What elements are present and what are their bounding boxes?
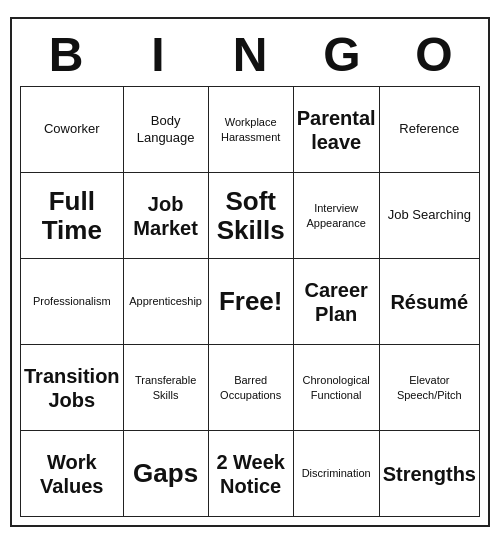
cell-text-17: Barred Occupations bbox=[212, 373, 290, 402]
cell-text-4: Reference bbox=[399, 121, 459, 138]
bingo-cell-13[interactable]: Career Plan bbox=[294, 259, 380, 345]
cell-text-7: Soft Skills bbox=[212, 187, 290, 244]
bingo-cell-18[interactable]: Chronological Functional bbox=[294, 345, 380, 431]
bingo-card: B I N G O CoworkerBody LanguageWorkplace… bbox=[10, 17, 490, 527]
bingo-grid: CoworkerBody LanguageWorkplace Harassmen… bbox=[20, 86, 480, 517]
bingo-cell-17[interactable]: Barred Occupations bbox=[209, 345, 294, 431]
bingo-cell-2[interactable]: Workplace Harassment bbox=[209, 87, 294, 173]
cell-text-18: Chronological Functional bbox=[297, 373, 376, 402]
letter-n: N bbox=[207, 27, 293, 82]
cell-text-0: Coworker bbox=[44, 121, 100, 138]
cell-text-19: Elevator Speech/Pitch bbox=[383, 373, 476, 402]
cell-text-1: Body Language bbox=[127, 113, 205, 147]
bingo-cell-3[interactable]: Parental leave bbox=[294, 87, 380, 173]
bingo-cell-12[interactable]: Free! bbox=[209, 259, 294, 345]
bingo-cell-5[interactable]: Full Time bbox=[21, 173, 124, 259]
cell-text-12: Free! bbox=[219, 287, 283, 316]
bingo-cell-7[interactable]: Soft Skills bbox=[209, 173, 294, 259]
bingo-cell-6[interactable]: Job Market bbox=[124, 173, 209, 259]
cell-text-5: Full Time bbox=[24, 187, 120, 244]
letter-o: O bbox=[391, 27, 477, 82]
cell-text-23: Discrimination bbox=[302, 466, 371, 480]
cell-text-16: Transferable Skills bbox=[127, 373, 205, 402]
cell-text-22: 2 Week Notice bbox=[212, 450, 290, 498]
bingo-cell-11[interactable]: Apprenticeship bbox=[124, 259, 209, 345]
bingo-cell-1[interactable]: Body Language bbox=[124, 87, 209, 173]
bingo-cell-14[interactable]: Résumé bbox=[380, 259, 480, 345]
bingo-cell-16[interactable]: Transferable Skills bbox=[124, 345, 209, 431]
bingo-cell-23[interactable]: Discrimination bbox=[294, 431, 380, 517]
cell-text-2: Workplace Harassment bbox=[212, 115, 290, 144]
letter-i: I bbox=[115, 27, 201, 82]
cell-text-10: Professionalism bbox=[33, 294, 111, 308]
cell-text-8: Interview Appearance bbox=[297, 201, 376, 230]
cell-text-13: Career Plan bbox=[297, 278, 376, 326]
cell-text-15: Transition Jobs bbox=[24, 364, 120, 412]
bingo-cell-0[interactable]: Coworker bbox=[21, 87, 124, 173]
bingo-cell-22[interactable]: 2 Week Notice bbox=[209, 431, 294, 517]
cell-text-6: Job Market bbox=[127, 192, 205, 240]
bingo-cell-21[interactable]: Gaps bbox=[124, 431, 209, 517]
letter-b: B bbox=[23, 27, 109, 82]
cell-text-24: Strengths bbox=[383, 462, 476, 486]
cell-text-9: Job Searching bbox=[388, 207, 471, 224]
cell-text-14: Résumé bbox=[390, 290, 468, 314]
bingo-cell-9[interactable]: Job Searching bbox=[380, 173, 480, 259]
cell-text-21: Gaps bbox=[133, 459, 198, 488]
bingo-cell-24[interactable]: Strengths bbox=[380, 431, 480, 517]
letter-g: G bbox=[299, 27, 385, 82]
bingo-cell-20[interactable]: Work Values bbox=[21, 431, 124, 517]
bingo-cell-10[interactable]: Professionalism bbox=[21, 259, 124, 345]
bingo-cell-8[interactable]: Interview Appearance bbox=[294, 173, 380, 259]
bingo-cell-15[interactable]: Transition Jobs bbox=[21, 345, 124, 431]
cell-text-3: Parental leave bbox=[297, 106, 376, 154]
cell-text-11: Apprenticeship bbox=[129, 294, 202, 308]
bingo-cell-19[interactable]: Elevator Speech/Pitch bbox=[380, 345, 480, 431]
bingo-cell-4[interactable]: Reference bbox=[380, 87, 480, 173]
bingo-title: B I N G O bbox=[20, 27, 480, 82]
cell-text-20: Work Values bbox=[24, 450, 120, 498]
